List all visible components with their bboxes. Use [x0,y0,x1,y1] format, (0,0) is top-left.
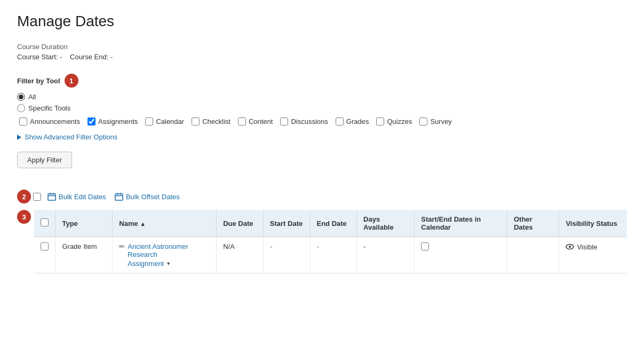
th-end-date: End Date [310,210,357,237]
radio-all[interactable]: All [17,93,627,101]
course-end-label: Course End: [70,53,108,61]
course-duration-label: Course Duration [17,43,627,51]
course-info: Course Start: - Course End: - [17,53,627,61]
chk-assignments[interactable]: Assignments [88,117,138,126]
visibility-label: Visible [577,243,597,251]
bulk-offset-dates-link[interactable]: Bulk Offset Dates [115,192,180,201]
dates-table: Type Name ▲ Due Date Start Date End Date [34,210,627,273]
filter-radio-group: All Specific Tools [17,93,627,112]
row-other-dates [507,237,559,273]
radio-all-label: All [28,93,36,101]
chk-announcements[interactable]: Announcements [19,117,80,126]
bulk-offset-dates-label: Bulk Offset Dates [126,193,180,201]
row-type-cell: Grade Item [55,237,113,273]
chk-calendar[interactable]: Calendar [145,117,184,126]
svg-rect-4 [115,194,123,200]
bulk-edit-dates-link[interactable]: Bulk Edit Dates [47,192,106,201]
course-start-label: Course Start: [17,53,58,61]
page-title: Manage Dates [17,13,627,30]
bulk-edit-calendar-icon [47,192,56,201]
course-end-value: - [110,53,113,61]
eye-icon [566,242,574,251]
th-visibility-status: Visibility Status [559,210,627,237]
step3-badge: 3 [17,210,31,224]
th-type: Type [55,210,113,237]
chk-content[interactable]: Content [238,117,273,126]
filter-by-tool-label: Filter by Tool [17,77,60,85]
pencil-icon: ✏ [119,242,125,250]
th-due-date: Due Date [217,210,264,237]
item-assignment-label[interactable]: Assignment [128,260,164,268]
row-due-date: N/A [217,237,264,273]
select-all-checkbox[interactable] [33,193,41,201]
startend-calendar-checkbox[interactable] [421,242,429,250]
row-start-date: - [263,237,310,273]
th-other-dates: Other Dates [507,210,559,237]
filter-badge: 1 [65,74,78,88]
tool-checkboxes: Announcements Assignments Calendar Check… [19,117,627,126]
chk-checklist[interactable]: Checklist [192,117,230,126]
apply-filter-button[interactable]: Apply Filter [17,152,72,168]
dropdown-arrow-icon[interactable]: ▾ [167,260,170,267]
radio-specific-label: Specific Tools [28,104,70,112]
item-name-link[interactable]: Ancient Astronomer Research [128,242,210,258]
row-name-cell: ✏ Ancient Astronomer Research Assignment [113,237,217,273]
bulk-edit-dates-label: Bulk Edit Dates [59,193,106,201]
chk-quizzes[interactable]: Quizzes [376,117,412,126]
th-checkbox [34,210,55,237]
chk-survey[interactable]: Survey [419,117,451,126]
name-sort-arrow: ▲ [140,221,146,227]
table-row: Grade Item ✏ Ancient Astronomer Research [34,237,627,273]
course-start-value: - [60,53,62,61]
row-visibility: Visible [559,237,627,273]
svg-rect-0 [48,194,55,200]
row-startend-calendar [415,237,507,273]
th-days-available: Days Available [357,210,415,237]
bulk-badge: 2 [17,190,31,203]
row-checkbox-cell [34,237,55,273]
row-end-date: - [310,237,357,273]
th-name[interactable]: Name ▲ [113,210,217,237]
bulk-offset-calendar-icon [115,192,123,201]
triangle-right-icon [17,135,21,140]
th-start-date: Start Date [263,210,310,237]
chk-discussions[interactable]: Discussions [280,117,328,126]
row-days-available: - [357,237,415,273]
advanced-filter-link[interactable]: Show Advanced Filter Options [17,133,627,141]
radio-specific[interactable]: Specific Tools [17,104,627,112]
th-startend-calendar: Start/End Dates in Calendar [415,210,507,237]
row-select-checkbox[interactable] [41,242,49,250]
advanced-filter-label: Show Advanced Filter Options [25,133,117,141]
svg-point-9 [569,246,571,248]
chk-grades[interactable]: Grades [336,117,369,126]
table-select-all-checkbox[interactable] [41,218,49,226]
